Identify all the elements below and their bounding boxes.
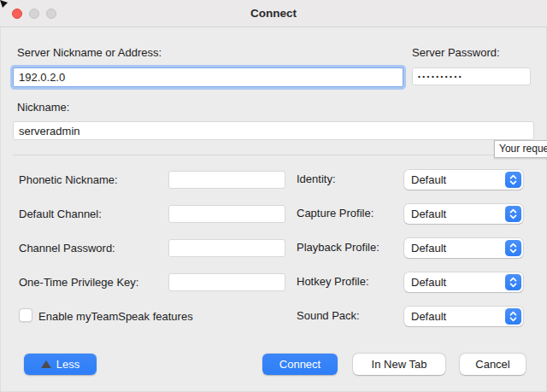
cancel-button[interactable]: Cancel: [460, 354, 526, 375]
playback-profile-value: Default: [411, 242, 446, 255]
cancel-button-label: Cancel: [475, 358, 509, 371]
identity-value: Default: [411, 173, 446, 186]
server-password-input[interactable]: [412, 67, 531, 85]
capture-profile-label: Capture Profile:: [297, 207, 373, 219]
sound-pack-value: Default: [411, 310, 446, 323]
popup-stepper-icon: [505, 206, 521, 222]
title-bar: Connect: [0, 0, 547, 27]
zoom-icon: [46, 9, 56, 19]
server-address-label: Server Nickname or Address:: [17, 46, 162, 59]
hotkey-profile-select[interactable]: Default: [404, 272, 523, 292]
phonetic-nickname-label: Phonetic Nickname:: [19, 173, 118, 186]
identity-label: Identity:: [297, 173, 336, 185]
hotkey-profile-label: Hotkey Profile:: [297, 275, 369, 288]
connect-button[interactable]: Connect: [262, 354, 338, 375]
channel-password-label: Channel Password:: [19, 242, 115, 255]
connect-button-label: Connect: [279, 358, 321, 371]
channel-password-input[interactable]: [168, 239, 285, 257]
popup-stepper-icon: [505, 308, 521, 325]
playback-profile-label: Playback Profile:: [297, 241, 379, 254]
enable-myteamspeak-label: Enable myTeamSpeak features: [38, 310, 193, 323]
in-new-tab-button-label: In New Tab: [372, 358, 427, 371]
nickname-input[interactable]: [13, 121, 534, 140]
nickname-label: Nickname:: [17, 101, 69, 114]
section-divider: [13, 155, 534, 155]
privilege-key-input[interactable]: [168, 273, 285, 291]
privilege-key-label: One-Time Privilege Key:: [19, 276, 138, 289]
capture-profile-value: Default: [411, 208, 446, 220]
collapse-arrow-icon: [41, 360, 51, 368]
server-password-label: Server Password:: [412, 46, 500, 59]
phonetic-nickname-input[interactable]: [168, 171, 285, 189]
less-button[interactable]: Less: [24, 354, 97, 375]
playback-profile-select[interactable]: Default: [404, 238, 523, 258]
sound-pack-select[interactable]: Default: [404, 307, 523, 326]
window-title: Connect: [0, 0, 547, 26]
less-button-label: Less: [56, 358, 79, 371]
popup-stepper-icon: [505, 172, 521, 188]
mouse-cursor: [0, 0, 10, 10]
popup-stepper-icon: [505, 274, 521, 290]
default-channel-label: Default Channel:: [19, 208, 102, 220]
close-icon[interactable]: [12, 9, 22, 19]
popup-stepper-icon: [505, 240, 521, 256]
enable-myteamspeak-checkbox[interactable]: [19, 308, 32, 322]
default-channel-input[interactable]: [168, 205, 285, 223]
capture-profile-select[interactable]: Default: [404, 204, 523, 224]
in-new-tab-button[interactable]: In New Tab: [353, 354, 445, 375]
minimize-icon: [29, 9, 39, 19]
tooltip: Your reque: [494, 140, 547, 158]
hotkey-profile-value: Default: [411, 276, 446, 289]
server-address-input[interactable]: [13, 67, 403, 87]
connect-dialog: Connect Server Nickname or Address: Serv…: [0, 0, 547, 392]
identity-select[interactable]: Default: [404, 170, 523, 190]
sound-pack-label: Sound Pack:: [297, 309, 360, 322]
